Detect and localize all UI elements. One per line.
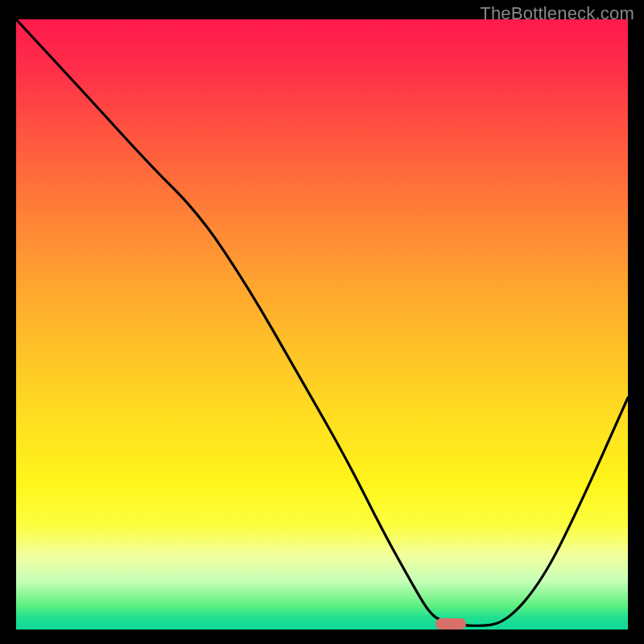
chart-container: [16, 19, 628, 630]
optimal-marker: [436, 618, 466, 630]
watermark-text: TheBottleneck.com: [480, 3, 634, 24]
chart-line: [16, 19, 628, 630]
